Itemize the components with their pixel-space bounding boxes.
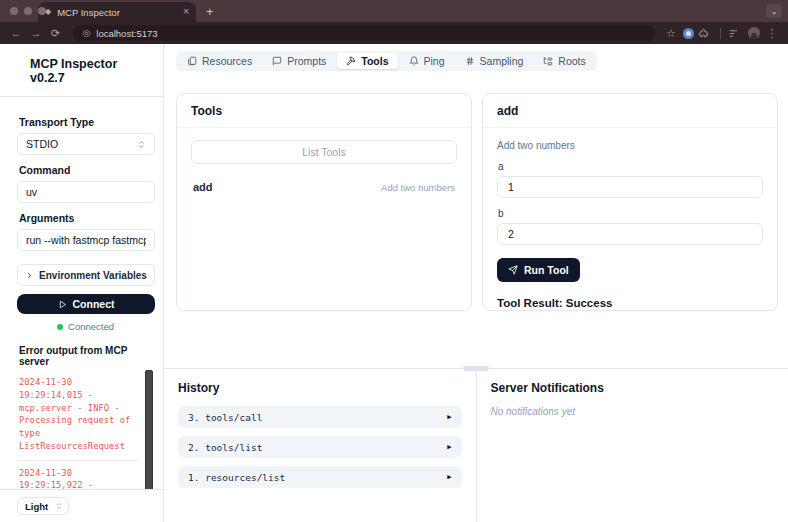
browser-titlebar: ◆ MCP Inspector × + ⌄ <box>0 0 788 22</box>
maximize-window-button[interactable] <box>38 7 46 15</box>
hammer-icon <box>346 56 356 66</box>
sidebar-footer: Light <box>0 489 163 522</box>
close-window-button[interactable] <box>10 7 18 15</box>
site-info-icon[interactable]: ◎ <box>82 29 90 38</box>
play-icon <box>58 300 67 309</box>
tab-roots[interactable]: Roots <box>534 53 594 69</box>
new-tab-button[interactable]: + <box>206 4 214 19</box>
connect-label: Connect <box>73 298 115 310</box>
minimize-window-button[interactable] <box>24 7 32 15</box>
section-tabbar: Resources Prompts Tools Ping Sampling <box>176 51 597 71</box>
profile-avatar[interactable] <box>748 27 760 39</box>
transport-type-label: Transport Type <box>19 116 154 128</box>
history-item-label: 1. resources/list <box>188 472 285 483</box>
tool-description: Add two numbers <box>381 182 455 193</box>
chevron-right-icon <box>25 271 34 280</box>
param-a-input[interactable] <box>497 176 763 198</box>
history-item[interactable]: 2. tools/list ▶ <box>178 436 462 458</box>
tool-list-item[interactable]: add Add two numbers <box>191 181 457 193</box>
tab-label: Ping <box>424 55 445 67</box>
chevrons-up-down-icon <box>137 140 146 149</box>
tools-panel-title: Tools <box>177 94 471 128</box>
sidebar: MCP Inspector v0.2.7 Transport Type STDI… <box>0 44 164 522</box>
folder-tree-icon <box>543 56 553 66</box>
message-square-icon <box>272 56 282 66</box>
browser-menu-icon[interactable]: ⋮ <box>764 28 780 39</box>
tab-sampling[interactable]: Sampling <box>456 53 533 69</box>
log-scrollbar[interactable] <box>145 370 153 508</box>
tab-prompts[interactable]: Prompts <box>263 53 335 69</box>
extensions-puzzle-icon[interactable] <box>698 28 714 39</box>
expand-arrow-icon[interactable]: ▶ <box>447 443 451 451</box>
tool-detail-panel: add Add two numbers a b Run Tool Tool Re… <box>482 93 778 311</box>
history-item-label: 3. tools/call <box>188 412 262 423</box>
environment-variables-label: Environment Variables <box>39 270 147 281</box>
bell-icon <box>409 56 419 66</box>
arguments-input[interactable] <box>17 229 155 251</box>
history-item-label: 2. tools/list <box>188 442 262 453</box>
transport-type-value: STDIO <box>26 138 58 150</box>
run-tool-button[interactable]: Run Tool <box>497 258 580 282</box>
forward-button[interactable]: → <box>28 28 44 39</box>
main-content: Resources Prompts Tools Ping Sampling <box>164 44 788 522</box>
tab-label: Prompts <box>287 55 326 67</box>
tab-ping[interactable]: Ping <box>400 53 454 69</box>
history-item[interactable]: 1. resources/list ▶ <box>178 466 462 488</box>
param-b-label: b <box>498 208 763 219</box>
hash-icon <box>465 56 475 66</box>
run-tool-label: Run Tool <box>524 264 569 276</box>
chevrons-up-down-icon <box>55 502 63 510</box>
url-text: localhost:5173 <box>96 28 157 39</box>
history-panel: History 3. tools/call ▶ 2. tools/list ▶ … <box>164 369 476 522</box>
notifications-title: Server Notifications <box>491 381 775 395</box>
environment-variables-button[interactable]: Environment Variables <box>17 264 155 286</box>
command-label: Command <box>19 164 154 176</box>
resize-handle[interactable] <box>463 366 489 371</box>
tab-label: Resources <box>202 55 252 67</box>
arguments-label: Arguments <box>19 212 154 224</box>
tab-search-button[interactable]: ⌄ <box>766 4 782 18</box>
files-icon <box>187 56 197 66</box>
tab-label: Sampling <box>480 55 524 67</box>
connected-dot-icon <box>57 324 63 330</box>
connected-text: Connected <box>68 321 114 332</box>
tool-name: add <box>193 181 213 193</box>
log-entry: 2024-11-30 19:29:14,015 - mcp.server - I… <box>17 370 140 461</box>
tools-panel: Tools List Tools add Add two numbers <box>176 93 472 311</box>
reload-button[interactable]: ⟳ <box>48 28 64 39</box>
connection-status: Connected <box>17 321 154 332</box>
reading-list-icon[interactable] <box>728 28 744 39</box>
horizontal-resize-divider[interactable] <box>164 368 788 369</box>
notifications-panel: Server Notifications No notifications ye… <box>477 369 788 522</box>
param-b-input[interactable] <box>497 223 763 245</box>
browser-toolbar: ← → ⟳ ◎ localhost:5173 ☆ ⋮ <box>0 22 788 44</box>
tab-label: Tools <box>361 55 388 67</box>
theme-select[interactable]: Light <box>17 497 69 515</box>
window-controls[interactable] <box>10 7 46 15</box>
notifications-empty-text: No notifications yet <box>491 406 775 417</box>
extension-icon[interactable] <box>683 28 694 39</box>
expand-arrow-icon[interactable]: ▶ <box>447 413 451 421</box>
app-title: MCP Inspector v0.2.7 <box>0 44 163 97</box>
history-item[interactable]: 3. tools/call ▶ <box>178 406 462 428</box>
url-bar[interactable]: ◎ localhost:5173 <box>73 25 655 41</box>
page-root: MCP Inspector v0.2.7 Transport Type STDI… <box>0 44 788 522</box>
transport-type-select[interactable]: STDIO <box>17 133 155 155</box>
send-icon <box>508 265 518 275</box>
bookmark-star-icon[interactable]: ☆ <box>663 28 679 39</box>
tab-tools[interactable]: Tools <box>337 53 397 69</box>
error-output-heading: Error output from MCP server <box>19 345 154 367</box>
tab-close-icon[interactable]: × <box>183 7 189 17</box>
expand-arrow-icon[interactable]: ▶ <box>447 473 451 481</box>
browser-tab[interactable]: ◆ MCP Inspector × <box>38 2 196 22</box>
param-a-label: a <box>498 161 763 172</box>
list-tools-button[interactable]: List Tools <box>191 140 457 164</box>
theme-value: Light <box>25 501 48 512</box>
connect-button[interactable]: Connect <box>17 294 155 314</box>
command-input[interactable] <box>17 181 155 203</box>
back-button[interactable]: ← <box>8 28 24 39</box>
tool-detail-title: add <box>483 94 777 128</box>
tab-resources[interactable]: Resources <box>178 53 261 69</box>
tool-result-heading: Tool Result: Success <box>497 297 763 309</box>
history-title: History <box>178 381 462 395</box>
